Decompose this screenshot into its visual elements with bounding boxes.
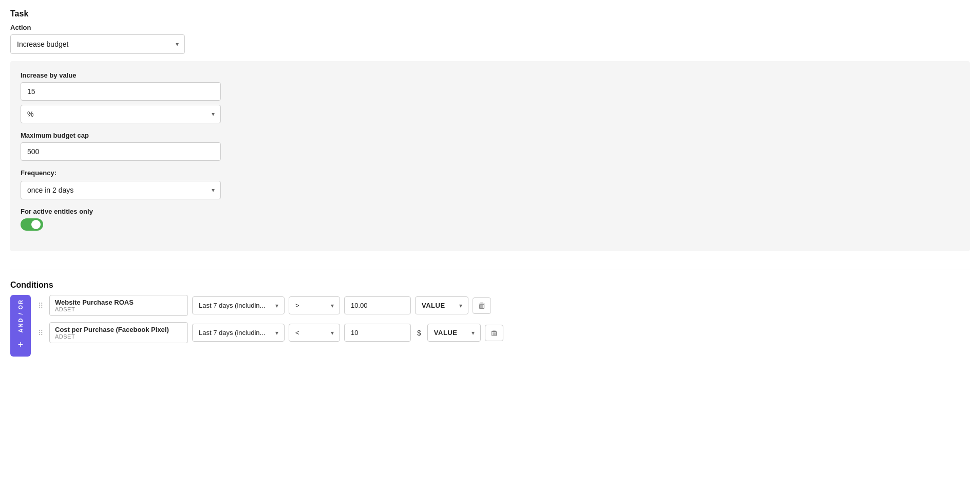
conditions-title: Conditions [10,281,970,290]
conditions-section: Conditions AND / OR + ⠿ Website Purchase… [10,281,970,357]
operator-select-1[interactable]: > < >= <= = != [289,296,340,314]
time-range-select-2[interactable]: Last 7 days (includin... Last 14 days La… [192,324,285,342]
operator-select-wrapper-2: < > >= <= = != ▾ [289,324,340,342]
condition-value-input-1[interactable] [344,296,411,314]
unit-select[interactable]: % $ [21,105,221,123]
task-title: Task [10,9,970,18]
operator-select-wrapper-1: > < >= <= = != ▾ [289,296,340,314]
add-condition-button[interactable]: + [14,338,27,351]
trash-icon-1 [478,302,485,309]
action-select[interactable]: Increase budget Decrease budget Pause En… [10,34,185,54]
task-settings-box: Increase by value % $ ▾ Maximum budget c… [10,61,970,251]
metric-sub-2: ADSET [55,333,182,340]
task-section: Task Action Increase budget Decrease bud… [10,9,970,259]
page-container: Task Action Increase budget Decrease bud… [0,0,980,366]
metric-name-1: Website Purchase ROAS [55,298,182,306]
increase-by-value-group: Increase by value % $ ▾ [21,71,959,123]
and-or-sidebar: AND / OR + [10,295,31,357]
increase-by-value-label: Increase by value [21,71,959,79]
frequency-label: Frequency: [21,169,959,177]
active-entities-label: For active entities only [21,208,959,215]
time-range-select-wrapper-2: Last 7 days (includin... Last 14 days La… [192,324,285,342]
trash-icon-2 [491,329,498,337]
delete-condition-button-2[interactable] [485,325,503,341]
time-range-select-wrapper-1: Last 7 days (includin... Last 14 days La… [192,296,285,314]
max-budget-cap-label: Maximum budget cap [21,132,959,139]
condition-row: ⠿ Cost per Purchase (Facebook Pixel) ADS… [36,322,503,343]
frequency-select[interactable]: once in 2 days once a day once in 3 days… [21,181,221,199]
increase-by-value-input[interactable] [21,82,221,101]
active-entities-group: For active entities only [21,208,959,231]
condition-rows: ⠿ Website Purchase ROAS ADSET Last 7 day… [36,295,503,346]
value-type-select-wrapper-2: VALUE BUDGET METRIC ▾ [427,324,481,342]
time-range-select-1[interactable]: Last 7 days (includin... Last 14 days La… [192,296,285,314]
active-entities-toggle[interactable] [21,218,43,231]
drag-handle-icon[interactable]: ⠿ [36,302,45,310]
condition-metric-1: Website Purchase ROAS ADSET [49,295,188,316]
toggle-slider [21,218,43,231]
metric-name-2: Cost per Purchase (Facebook Pixel) [55,326,182,333]
currency-label-2: $ [415,329,423,337]
condition-row: ⠿ Website Purchase ROAS ADSET Last 7 day… [36,295,503,316]
action-label: Action [10,24,970,31]
max-budget-cap-group: Maximum budget cap [21,132,959,161]
and-or-label: AND / OR [15,299,26,333]
value-type-select-1[interactable]: VALUE BUDGET METRIC [415,296,468,314]
delete-condition-button-1[interactable] [473,297,491,314]
value-type-select-wrapper-1: VALUE BUDGET METRIC ▾ [415,296,468,314]
operator-select-2[interactable]: < > >= <= = != [289,324,340,342]
value-type-select-2[interactable]: VALUE BUDGET METRIC [427,324,481,342]
svg-rect-1 [480,303,483,303]
condition-value-input-2[interactable] [344,324,411,342]
condition-metric-2: Cost per Purchase (Facebook Pixel) ADSET [49,322,188,343]
frequency-select-wrapper: once in 2 days once a day once in 3 days… [21,181,221,199]
action-select-wrapper: Increase budget Decrease budget Pause En… [10,34,185,54]
conditions-layout: AND / OR + ⠿ Website Purchase ROAS ADSET… [10,295,970,357]
unit-select-wrapper: % $ ▾ [21,105,221,123]
max-budget-cap-input[interactable] [21,142,221,161]
drag-handle-icon[interactable]: ⠿ [36,329,45,337]
section-divider [10,270,970,270]
frequency-group: Frequency: once in 2 days once a day onc… [21,169,959,199]
metric-sub-1: ADSET [55,306,182,312]
svg-rect-7 [493,330,496,330]
active-entities-toggle-wrapper [21,218,959,231]
